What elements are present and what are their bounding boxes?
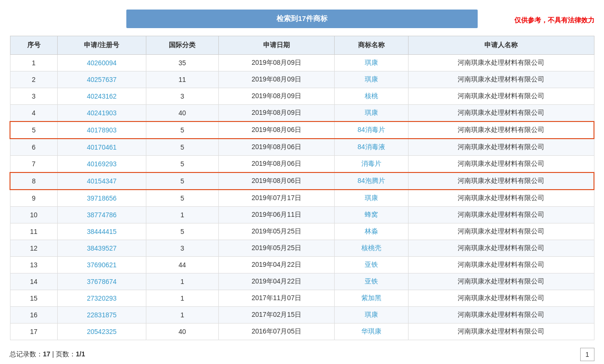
cell-applicant: 河南琪康水处理材料有限公司 xyxy=(408,307,594,324)
cell-seq: 17 xyxy=(10,324,58,340)
cell-seq: 6 xyxy=(10,139,58,156)
cell-trademark[interactable]: 亚铁 xyxy=(334,257,408,273)
cell-regno[interactable]: 27320293 xyxy=(58,290,146,307)
regno-link[interactable]: 38774786 xyxy=(87,211,116,219)
cell-trademark[interactable]: 核桃 xyxy=(334,88,408,105)
cell-trademark[interactable]: 核桃壳 xyxy=(334,240,408,257)
cell-trademark[interactable]: 84泡腾片 xyxy=(334,172,408,190)
trademark-link[interactable]: 亚铁 xyxy=(365,261,378,268)
cell-seq: 15 xyxy=(10,290,58,307)
cell-regno[interactable]: 39718656 xyxy=(58,190,146,207)
trademark-link[interactable]: 琪康 xyxy=(365,194,378,202)
cell-regno[interactable]: 38774786 xyxy=(58,207,146,223)
footer-text: 总记录数：17 | 页数：1/1 xyxy=(10,350,85,359)
separator: | xyxy=(52,350,56,358)
regno-link[interactable]: 38439527 xyxy=(87,244,116,252)
trademark-link[interactable]: 蜂窝 xyxy=(365,211,378,218)
trademark-link[interactable]: 琪康 xyxy=(365,59,378,66)
regno-link[interactable]: 40170461 xyxy=(87,143,116,151)
regno-link[interactable]: 40260094 xyxy=(87,59,116,67)
cell-regno[interactable]: 40154347 xyxy=(58,172,146,190)
cell-regno[interactable]: 22831875 xyxy=(58,307,146,324)
cell-trademark[interactable]: 琪康 xyxy=(334,71,408,88)
cell-trademark[interactable]: 消毒片 xyxy=(334,156,408,173)
trademark-link[interactable]: 84消毒液 xyxy=(358,143,385,151)
regno-link[interactable]: 40154347 xyxy=(87,177,116,185)
cell-intclass: 5 xyxy=(146,172,218,190)
result-title: 检索到17件商标 xyxy=(276,14,328,22)
cell-applicant: 河南琪康水处理材料有限公司 xyxy=(408,207,594,223)
table-row: 103877478612019年06月11日蜂窝河南琪康水处理材料有限公司 xyxy=(10,207,594,223)
trademark-link[interactable]: 核桃壳 xyxy=(361,244,381,252)
cell-trademark[interactable]: 琪康 xyxy=(334,190,408,207)
footer-row: 总记录数：17 | 页数：1/1 1 xyxy=(10,348,594,361)
regno-link[interactable]: 38444415 xyxy=(87,228,116,235)
cell-regno[interactable]: 38444415 xyxy=(58,223,146,240)
cell-regno[interactable]: 40178903 xyxy=(58,121,146,139)
total-count: 17 xyxy=(43,350,51,358)
pagination[interactable]: 1 xyxy=(580,348,594,361)
regno-link[interactable]: 40243162 xyxy=(87,92,116,100)
cell-regno[interactable]: 40257637 xyxy=(58,71,146,88)
trademark-link[interactable]: 琪康 xyxy=(365,109,378,116)
cell-regno[interactable]: 40170461 xyxy=(58,139,146,156)
cell-intclass: 5 xyxy=(146,156,218,173)
cell-intclass: 5 xyxy=(146,121,218,139)
regno-link[interactable]: 39718656 xyxy=(87,194,116,202)
trademark-link[interactable]: 核桃 xyxy=(365,92,378,100)
col-trademark: 商标名称 xyxy=(334,36,408,55)
cell-trademark[interactable]: 紫加黑 xyxy=(334,290,408,307)
cell-applicant: 河南琪康水处理材料有限公司 xyxy=(408,273,594,290)
trademark-link[interactable]: 林淼 xyxy=(365,227,378,235)
trademark-link[interactable]: 84消毒片 xyxy=(358,126,385,133)
col-intclass: 国际分类 xyxy=(146,36,218,55)
trademark-link[interactable]: 84泡腾片 xyxy=(358,177,385,184)
cell-regno[interactable]: 40241903 xyxy=(58,105,146,122)
cell-trademark[interactable]: 琪康 xyxy=(334,55,408,71)
regno-link[interactable]: 40257637 xyxy=(87,76,116,83)
cell-trademark[interactable]: 琪康 xyxy=(334,307,408,324)
regno-link[interactable]: 40241903 xyxy=(87,109,116,117)
cell-regno[interactable]: 40260094 xyxy=(58,55,146,71)
regno-link[interactable]: 37690621 xyxy=(87,261,116,269)
cell-intclass: 11 xyxy=(146,71,218,88)
cell-trademark[interactable]: 林淼 xyxy=(334,223,408,240)
regno-link[interactable]: 40169293 xyxy=(87,160,116,168)
regno-link[interactable]: 20542325 xyxy=(87,328,116,335)
cell-regno[interactable]: 20542325 xyxy=(58,324,146,340)
cell-trademark[interactable]: 琪康 xyxy=(334,105,408,122)
cell-regno[interactable]: 40169293 xyxy=(58,156,146,173)
cell-regno[interactable]: 37690621 xyxy=(58,257,146,273)
cell-trademark[interactable]: 亚铁 xyxy=(334,273,408,290)
cell-trademark[interactable]: 华琪康 xyxy=(334,324,408,340)
table-header-row: 序号 申请/注册号 国际分类 申请日期 商标名称 申请人名称 xyxy=(10,36,594,55)
cell-regno[interactable]: 38439527 xyxy=(58,240,146,257)
cell-trademark[interactable]: 84消毒液 xyxy=(334,139,408,156)
cell-regno[interactable]: 37678674 xyxy=(58,273,146,290)
trademark-link[interactable]: 紫加黑 xyxy=(361,294,381,302)
regno-link[interactable]: 22831875 xyxy=(87,311,116,319)
cell-appdate: 2019年08月09日 xyxy=(218,105,334,122)
cell-intclass: 3 xyxy=(146,240,218,257)
regno-link[interactable]: 37678674 xyxy=(87,278,116,285)
table-row: 152732029312017年11月07日紫加黑河南琪康水处理材料有限公司 xyxy=(10,290,594,307)
trademark-link[interactable]: 亚铁 xyxy=(365,277,378,285)
trademark-link[interactable]: 华琪康 xyxy=(361,327,381,335)
cell-intclass: 1 xyxy=(146,207,218,223)
cell-regno[interactable]: 40243162 xyxy=(58,88,146,105)
trademark-link[interactable]: 琪康 xyxy=(365,75,378,83)
col-regno: 申请/注册号 xyxy=(58,36,146,55)
trademark-link[interactable]: 琪康 xyxy=(365,311,378,318)
cell-applicant: 河南琪康水处理材料有限公司 xyxy=(408,105,594,122)
cell-trademark[interactable]: 84消毒片 xyxy=(334,121,408,139)
cell-seq: 12 xyxy=(10,240,58,257)
table-row: 162283187512017年02月15日琪康河南琪康水处理材料有限公司 xyxy=(10,307,594,324)
page-btn-1[interactable]: 1 xyxy=(580,348,594,361)
cell-trademark[interactable]: 蜂窝 xyxy=(334,207,408,223)
table-row: 1720542325402016年07月05日华琪康河南琪康水处理材料有限公司 xyxy=(10,324,594,340)
cell-seq: 9 xyxy=(10,190,58,207)
regno-link[interactable]: 40178903 xyxy=(87,126,116,134)
cell-applicant: 河南琪康水处理材料有限公司 xyxy=(408,223,594,240)
trademark-link[interactable]: 消毒片 xyxy=(361,160,381,167)
regno-link[interactable]: 27320293 xyxy=(87,294,116,302)
